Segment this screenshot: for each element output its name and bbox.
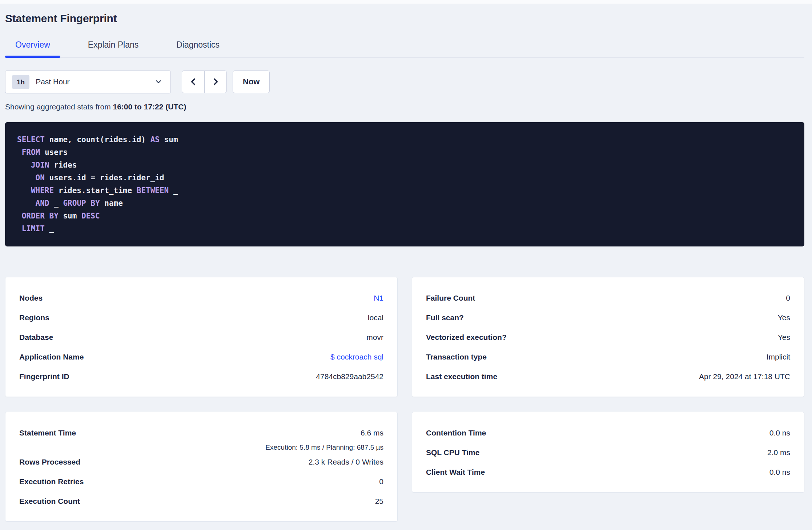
next-time-button[interactable]	[204, 71, 226, 93]
sql-text: _	[45, 224, 54, 233]
row-label: Transaction type	[426, 353, 487, 361]
sql-line: JOIN rides	[17, 159, 792, 172]
sql-keyword: WHERE	[31, 186, 54, 195]
sql-text: _	[169, 186, 178, 195]
sql-line: LIMIT _	[17, 222, 792, 235]
sql-text: sum	[59, 212, 81, 220]
row-label: Last execution time	[426, 372, 497, 381]
sql-text: rides.start_time	[54, 186, 137, 195]
row-value-link[interactable]: N1	[374, 294, 383, 302]
sql-keyword: BETWEEN	[137, 186, 169, 195]
row-label: Nodes	[19, 294, 43, 302]
row-subvalue: Execution: 5.8 ms / Planning: 687.5 µs	[19, 443, 383, 452]
row-value: 2.3 k Reads / 0 Writes	[309, 458, 383, 466]
row-label: Database	[19, 333, 53, 342]
sql-keyword: AS	[150, 135, 160, 144]
row-value: movr	[366, 333, 383, 342]
sql-keyword: AND	[36, 199, 49, 208]
row-label: SQL CPU Time	[426, 448, 479, 457]
row-label: Execution Count	[19, 497, 80, 506]
sql-line: FROM users	[17, 146, 792, 159]
top-strip	[0, 0, 812, 4]
card-row: Fingerprint ID4784cb829aab2542	[19, 367, 383, 386]
sql-line: AND _ GROUP BY name	[17, 197, 792, 210]
row-label: Failure Count	[426, 294, 475, 302]
card-row: Statement Time6.6 ms	[19, 423, 383, 443]
card-row: Contention Time0.0 ns	[426, 423, 790, 443]
chevron-left-icon	[189, 77, 198, 87]
sql-text	[17, 161, 31, 169]
sql-keyword: LIMIT	[22, 224, 45, 233]
tab-bar: Overview Explain Plans Diagnostics	[5, 40, 804, 58]
card-row: Last execution timeApr 29, 2024 at 17:18…	[426, 367, 790, 386]
sql-text: name, count(rides.id)	[45, 135, 150, 144]
sql-text	[17, 224, 22, 233]
stats-summary-prefix: Showing aggregated stats from	[5, 103, 113, 111]
row-value: 4784cb829aab2542	[316, 372, 383, 381]
wait-times-card: Contention Time0.0 nsSQL CPU Time2.0 msC…	[412, 412, 804, 493]
card-row: Regionslocal	[19, 308, 383, 328]
statement-details-card: NodesN1RegionslocalDatabasemovrApplicati…	[5, 277, 398, 397]
sql-text	[17, 186, 31, 195]
sql-text: name	[100, 199, 123, 208]
card-row: NodesN1	[19, 288, 383, 308]
row-label: Rows Processed	[19, 458, 80, 466]
row-value: 6.6 ms	[361, 429, 383, 437]
card-row: Rows Processed2.3 k Reads / 0 Writes	[19, 452, 383, 472]
time-range-label: Past Hour	[36, 77, 154, 86]
row-value: 25	[375, 497, 383, 506]
row-value: Yes	[778, 333, 790, 342]
stats-summary-range: 16:00 to 17:22 (UTC)	[113, 103, 186, 111]
row-label: Execution Retries	[19, 477, 84, 486]
row-value: 0	[786, 294, 790, 302]
row-label: Vectorized execution?	[426, 333, 507, 342]
card-row: Execution Retries0	[19, 472, 383, 491]
card-row: Client Wait Time0.0 ns	[426, 462, 790, 482]
card-row: Full scan?Yes	[426, 308, 790, 328]
sql-text: _	[49, 199, 63, 208]
sql-text: rides	[49, 161, 77, 169]
card-row: Transaction typeImplicit	[426, 347, 790, 367]
row-value: Apr 29, 2024 at 17:18 UTC	[699, 372, 790, 381]
tab-overview[interactable]: Overview	[5, 40, 60, 57]
execution-attributes-card: Failure Count0Full scan?YesVectorized ex…	[412, 277, 804, 397]
chevron-right-icon	[211, 77, 220, 87]
row-label: Full scan?	[426, 313, 464, 322]
sql-line: ON users.id = rides.rider_id	[17, 172, 792, 184]
row-value: Implicit	[767, 353, 790, 361]
card-row: Application Name$ cockroach sql	[19, 347, 383, 367]
sql-text	[17, 173, 36, 182]
card-row: Vectorized execution?Yes	[426, 328, 790, 347]
now-button[interactable]: Now	[233, 71, 270, 93]
row-label: Contention Time	[426, 429, 486, 437]
sql-text	[17, 212, 22, 220]
row-label: Fingerprint ID	[19, 372, 69, 381]
statement-fingerprint-page: Statement Fingerprint Overview Explain P…	[0, 12, 812, 522]
row-value-link[interactable]: $ cockroach sql	[330, 353, 383, 361]
statement-times-card: Statement Time6.6 msExecution: 5.8 ms / …	[5, 412, 398, 522]
sql-keyword: JOIN	[31, 161, 49, 169]
sql-keyword: FROM	[22, 148, 40, 157]
chevron-down-icon	[154, 78, 162, 86]
stats-summary: Showing aggregated stats from 16:00 to 1…	[5, 103, 804, 111]
row-label: Regions	[19, 313, 49, 322]
prev-time-button[interactable]	[182, 71, 204, 93]
sql-text: sum	[160, 135, 178, 144]
time-nav-group	[182, 71, 227, 93]
row-label: Statement Time	[19, 429, 76, 437]
row-value: 0.0 ns	[769, 429, 790, 437]
sql-keyword: ORDER BY	[22, 212, 59, 220]
row-value: Yes	[778, 313, 790, 322]
sql-keyword: DESC	[81, 212, 100, 220]
time-range-selector[interactable]: 1h Past Hour	[5, 70, 171, 93]
tab-diagnostics[interactable]: Diagnostics	[166, 40, 230, 57]
row-value: 2.0 ms	[767, 448, 790, 457]
sql-text	[17, 199, 36, 208]
sql-text: users	[40, 148, 68, 157]
sql-keyword: ON	[36, 173, 45, 182]
tab-explain-plans[interactable]: Explain Plans	[78, 40, 149, 57]
time-range-badge: 1h	[12, 75, 29, 89]
row-label: Client Wait Time	[426, 468, 485, 477]
row-value: local	[368, 313, 383, 322]
card-row: Execution Count25	[19, 491, 383, 511]
